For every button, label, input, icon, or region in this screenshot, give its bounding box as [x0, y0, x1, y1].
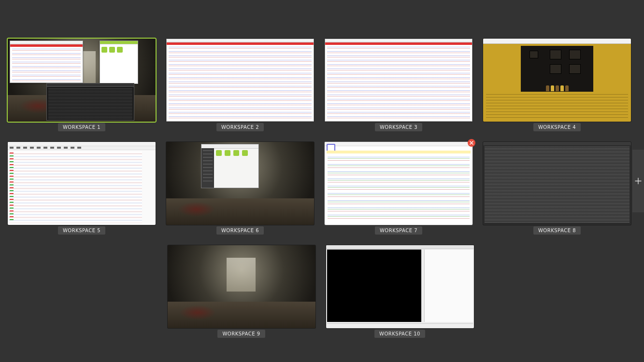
desktop-wallpaper: [168, 245, 315, 328]
file-manager-window: [100, 41, 138, 84]
workspace-9[interactable]: WORKSPACE 9: [168, 245, 315, 338]
editor-window: [325, 39, 472, 122]
workspace-thumbnail[interactable]: [326, 245, 474, 328]
media-player-window: [326, 245, 474, 328]
workspace-label: WORKSPACE 6: [216, 226, 264, 235]
workspace-grid: WORKSPACE 1 WORKSPACE 2 WORKSPACE 3: [8, 39, 633, 338]
workspace-thumbnail[interactable]: [166, 39, 314, 122]
workspace-label: WORKSPACE 5: [58, 226, 105, 235]
file-manager-window: [201, 144, 259, 188]
workspace-7[interactable]: WORKSPACE 7: [325, 142, 472, 235]
editor-window: [10, 41, 83, 83]
workspace-10[interactable]: WORKSPACE 10: [326, 245, 474, 338]
workspace-label: WORKSPACE 8: [533, 226, 581, 235]
editor-window: [166, 39, 314, 122]
workspace-label: WORKSPACE 4: [533, 123, 581, 131]
workspace-thumbnail[interactable]: [168, 245, 315, 328]
workspace-4[interactable]: WORKSPACE 4: [483, 39, 631, 131]
workspace-thumbnail[interactable]: [325, 142, 472, 225]
workspace-label: WORKSPACE 1: [58, 123, 105, 131]
workspace-label: WORKSPACE 3: [375, 123, 422, 131]
close-workspace-button[interactable]: [468, 139, 475, 147]
workspace-2[interactable]: WORKSPACE 2: [166, 39, 314, 131]
workspace-thumbnail[interactable]: [483, 142, 631, 225]
workspace-row: WORKSPACE 9 WORKSPACE 10: [8, 245, 633, 338]
plus-icon: [635, 178, 642, 184]
workspace-1[interactable]: WORKSPACE 1: [8, 39, 156, 131]
workspace-5[interactable]: WORKSPACE 5: [8, 142, 156, 235]
editor-window: [325, 142, 472, 225]
workspace-label: WORKSPACE 7: [375, 226, 422, 235]
workspace-label: WORKSPACE 2: [216, 123, 264, 131]
workspace-thumbnail[interactable]: [325, 39, 472, 122]
browser-window: [483, 39, 631, 122]
workspace-thumbnail[interactable]: [483, 39, 631, 122]
workspace-thumbnail[interactable]: [8, 142, 156, 225]
workspace-label: WORKSPACE 9: [217, 330, 265, 338]
workspace-thumbnail[interactable]: [166, 142, 314, 225]
log-window: [483, 142, 631, 225]
add-workspace-button[interactable]: [632, 150, 644, 212]
terminal-window: [46, 83, 134, 121]
workspace-overview: WORKSPACE 1 WORKSPACE 2 WORKSPACE 3: [0, 0, 644, 362]
workspace-thumbnail[interactable]: [8, 39, 156, 122]
devtools-window: [8, 142, 156, 225]
workspace-3[interactable]: WORKSPACE 3: [325, 39, 472, 131]
workspace-6[interactable]: WORKSPACE 6: [166, 142, 314, 235]
workspace-label: WORKSPACE 10: [374, 330, 425, 338]
close-icon: [470, 141, 473, 145]
workspace-8[interactable]: WORKSPACE 8: [483, 142, 631, 235]
